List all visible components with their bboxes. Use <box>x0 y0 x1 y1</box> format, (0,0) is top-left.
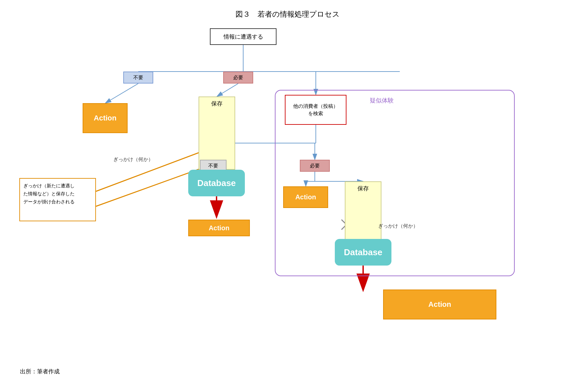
box-action-mid-right: Action <box>283 186 328 208</box>
box-database-center: Database <box>188 170 245 196</box>
box-hozon-center: 保存 <box>199 97 235 170</box>
box-database-right: Database <box>335 239 391 266</box>
box-action-left: Action <box>83 103 128 133</box>
label-kikkake-right: ぎっかけ（何か） <box>378 223 418 229</box>
page-title: 図３ 若者の情報処理プロセス <box>236 9 340 19</box>
box-other-search: 他の消費者（投稿） を検索 <box>285 95 346 125</box>
source-label: 出所：筆者作成 <box>20 368 60 375</box>
box-fuyou-left: 不要 <box>123 72 153 84</box>
box-hozon-right: 保存 <box>345 181 381 248</box>
box-hitsuyou-right: 必要 <box>300 160 330 172</box>
svg-line-6 <box>217 84 238 97</box>
box-encounter: 情報に遭遇する <box>210 28 277 45</box>
label-kikkake-left: ぎっかけ（何か） <box>113 156 153 163</box>
box-action-bottom-center: Action <box>188 220 250 236</box>
label-giji: 疑似体験 <box>370 97 394 104</box>
svg-line-5 <box>105 84 138 103</box>
box-action-bottom-right: Action <box>383 290 496 319</box>
box-annotation: ぎっかけ（新たに遭遇し た情報など）と保存した データが掛け合わされる <box>19 178 96 221</box>
box-hitsuyou-top: 必要 <box>223 72 253 84</box>
page-container: 図３ 若者の情報処理プロセス <box>0 0 575 392</box>
